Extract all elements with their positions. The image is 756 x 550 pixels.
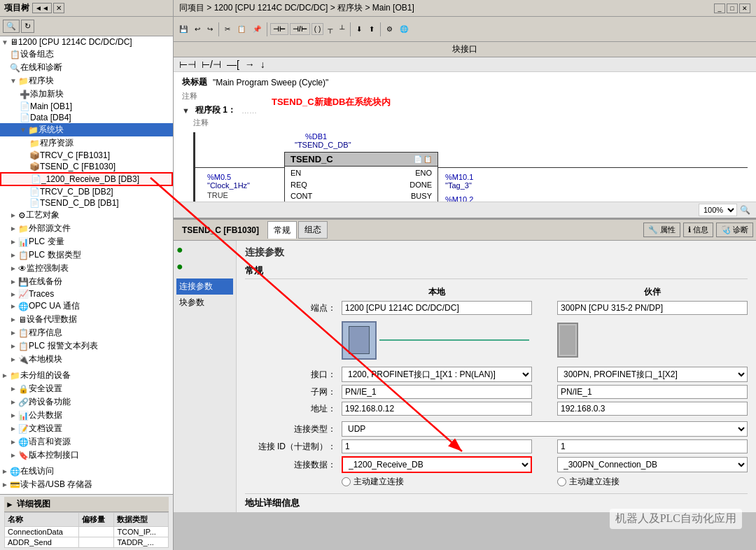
- toolbar-contact-no-btn[interactable]: ⊣/⊢: [290, 23, 310, 35]
- tree-item-opc-ua[interactable]: ► 🌐 OPC UA 通信: [0, 299, 173, 313]
- toolbar-upload-btn[interactable]: ⬆: [366, 23, 377, 35]
- tree-item-system-block[interactable]: ▼ 📁 系统块: [0, 123, 173, 136]
- sidebar-item-block-params[interactable]: 块参数: [176, 295, 233, 311]
- collapse-panel-button[interactable]: ◄◄: [32, 3, 52, 13]
- toolbar-redo-btn[interactable]: ↪: [204, 23, 216, 35]
- toolbar-cut-btn[interactable]: ✂: [222, 23, 233, 35]
- conn-id-local-input[interactable]: [342, 439, 532, 453]
- tree-item-add-block[interactable]: ➕ 添加新块: [0, 87, 173, 101]
- tree-item-root[interactable]: ▼ 🖥 1200 [CPU 1214C DC/DC/DC]: [0, 36, 173, 48]
- toolbar-open-branch-btn[interactable]: ┬: [325, 23, 335, 35]
- fb-name: TSEND_C: [290, 154, 333, 164]
- tree-item-device-proxy[interactable]: ► 🖥 设备代理数据: [0, 313, 173, 326]
- conn-db-partner-select[interactable]: _300PN_Connection_DB: [557, 457, 748, 472]
- tree-item-receive-db3[interactable]: 📄 _1200_Receive_DB [DB3]: [0, 172, 173, 186]
- toolbar-compile-btn[interactable]: ⚙: [384, 23, 396, 35]
- tree-item-public-data[interactable]: ► 📊 公共数据: [0, 409, 173, 422]
- conn-id-partner-input[interactable]: [557, 439, 748, 453]
- detail-table: 名称 偏移量 数据类型 ConnectionData TCON_IP... AD…: [4, 512, 169, 548]
- tree-item-online-access[interactable]: ► 🌐 在线访问: [0, 465, 173, 478]
- sidebar-item-connection-params[interactable]: 连接参数: [176, 278, 233, 295]
- tab-properties[interactable]: 🔧 属性: [643, 223, 680, 237]
- tab-info[interactable]: ℹ 信息: [683, 223, 713, 237]
- conn-type-select[interactable]: UDP: [342, 421, 748, 437]
- tab-diagnostics[interactable]: 🩺 诊断: [716, 223, 753, 237]
- address-partner-input[interactable]: [557, 402, 748, 416]
- tree-item-lang-resources[interactable]: ► 🌐 语言和资源: [0, 435, 173, 449]
- bottom-content: ● ● 连接参数 块参数 连接参数 常规: [174, 241, 756, 512]
- tree-item-plc-vars[interactable]: ► 📊 PLC 变量: [0, 235, 173, 248]
- detail-cell-type-0: TCON_IP...: [114, 527, 169, 537]
- tree-arrow-local-module: ►: [10, 355, 17, 363]
- window-minimize-button[interactable]: _: [714, 3, 725, 13]
- toolbar-undo-btn[interactable]: ↩: [192, 23, 203, 35]
- tree-item-program-blocks[interactable]: ▼ 📁 程序块: [0, 74, 173, 87]
- tree-label-main-ob1: Main [OB1]: [30, 101, 72, 111]
- bottom-tab-group: 常规 组态: [267, 221, 640, 239]
- address-local-input[interactable]: [342, 402, 532, 416]
- tree-item-card-reader[interactable]: ► 💳 读卡器/USB 存储器: [0, 478, 173, 491]
- fb-icon-1: 📄: [414, 155, 422, 163]
- tree-item-external-source[interactable]: ► 📁 外部源文件: [0, 222, 173, 235]
- tree-item-trcv-db2[interactable]: 📄 TRCV_C_DB [DB2]: [0, 186, 173, 197]
- auto-connect-partner-radio[interactable]: [557, 477, 566, 486]
- subnet-partner-input[interactable]: [557, 385, 748, 399]
- tree-item-tech-objects[interactable]: ► ⚙ 工艺对象: [0, 209, 173, 222]
- tree-label-program-info: 程序信息: [29, 327, 62, 339]
- toolbar-download-btn[interactable]: ⬇: [354, 23, 365, 35]
- endpoint-local-input[interactable]: [342, 301, 532, 315]
- pin-button[interactable]: ✕: [53, 3, 64, 13]
- detail-row-0[interactable]: ConnectionData TCON_IP...: [5, 527, 169, 537]
- toolbar-contact-nc-btn[interactable]: ⊣⊢: [270, 23, 288, 35]
- tree-item-cross-device[interactable]: ► 🔗 跨设备功能: [0, 395, 173, 409]
- subnet-local-input[interactable]: [342, 385, 532, 399]
- interface-local-select[interactable]: 1200, PROFINET接口_1[X1 : PN(LAN)]: [342, 367, 532, 382]
- window-restore-button[interactable]: □: [727, 3, 738, 13]
- window-close-button[interactable]: ✕: [739, 3, 750, 13]
- tree-item-ungrouped[interactable]: ► 📁 未分组的设备: [0, 369, 173, 382]
- tree-icon-program-resources: 📁: [29, 139, 40, 148]
- tree-item-plc-control[interactable]: ► 📋 PLC 报警文本列表: [0, 339, 173, 353]
- search-button[interactable]: 🔍: [3, 20, 20, 33]
- conn-type-row: 连接类型： UDP: [245, 421, 748, 437]
- tree-item-program-resources[interactable]: 📁 程序资源: [0, 136, 173, 150]
- interface-partner-select[interactable]: 300PN, PROFINET接口_1[X2]: [557, 367, 748, 382]
- refresh-button[interactable]: ↻: [21, 20, 34, 33]
- tree-item-data-db4[interactable]: 📄 Data [DB4]: [0, 112, 173, 123]
- toolbar-coil-btn[interactable]: ( ): [312, 23, 323, 35]
- tree-item-program-info[interactable]: ► 📋 程序信息: [0, 326, 173, 339]
- tab-config[interactable]: 组态: [298, 221, 328, 239]
- conn-db-local-select[interactable]: _1200_Receive_DB: [342, 456, 532, 473]
- zoom-select[interactable]: 100% 75% 150%: [699, 204, 737, 216]
- partner-device-visual: [557, 319, 748, 361]
- tree-item-device-config[interactable]: 📋 设备组态: [0, 48, 173, 61]
- tree-label-external-source: 外部源文件: [29, 223, 71, 234]
- tree-item-watch-force[interactable]: ► 👁 监控强制表: [0, 262, 173, 275]
- endpoint-partner-input[interactable]: [557, 301, 748, 315]
- auto-connect-local-radio[interactable]: [342, 477, 351, 486]
- tree-item-main-ob1[interactable]: 📄 Main [OB1]: [0, 101, 173, 112]
- toolbar-copy-btn[interactable]: 📋: [234, 23, 248, 35]
- tree-item-text-settings[interactable]: ► 📝 文档设置: [0, 422, 173, 435]
- toolbar-paste-btn[interactable]: 📌: [250, 23, 264, 35]
- toolbar-close-branch-btn[interactable]: ┴: [337, 23, 347, 35]
- main-toolbar: 💾 ↩ ↪ ✂ 📋 📌 ⊣⊢ ⊣/⊢ ( ) ┬ ┴ ⬇ ⬆ ⚙ 🌐: [174, 17, 756, 42]
- tree-item-tsend-fb1030[interactable]: 📦 TSEND_C [FB1030]: [0, 161, 173, 172]
- toolbar-online-btn[interactable]: 🌐: [397, 23, 411, 35]
- toolbar-save-btn[interactable]: 💾: [176, 23, 190, 35]
- tree-icon-data-db4: 📄: [20, 113, 30, 122]
- tree-item-version-ctrl[interactable]: ► 🔖 版本控制接口: [0, 449, 173, 462]
- tree-item-tsend-db1[interactable]: 📄 TSEND_C_DB [DB1]: [0, 197, 173, 209]
- fb-pin-en: EN: [290, 169, 301, 177]
- tree-item-plc-data-types[interactable]: ► 📋 PLC 数据类型: [0, 248, 173, 262]
- tree-item-local-module[interactable]: ► 🔌 本地模块: [0, 353, 173, 366]
- tree-item-online-diag[interactable]: 🔍 在线和诊断: [0, 61, 173, 74]
- tree-item-trcv-fb1031[interactable]: 📦 TRCV_C [FB1031]: [0, 150, 173, 161]
- tree-item-security[interactable]: ► 🔒 安全设置: [0, 382, 173, 395]
- tree-item-traces[interactable]: ► 📈 Traces: [0, 288, 173, 299]
- tab-general[interactable]: 常规: [267, 221, 297, 239]
- detail-row-1[interactable]: ADDR_Send TADDR_...: [5, 537, 169, 548]
- bottom-panel-title: TSEND_C [FB1030]: [176, 224, 265, 237]
- wrench-icon: 🔧: [648, 225, 658, 234]
- tree-item-online-backup[interactable]: ► 💾 在线备份: [0, 275, 173, 288]
